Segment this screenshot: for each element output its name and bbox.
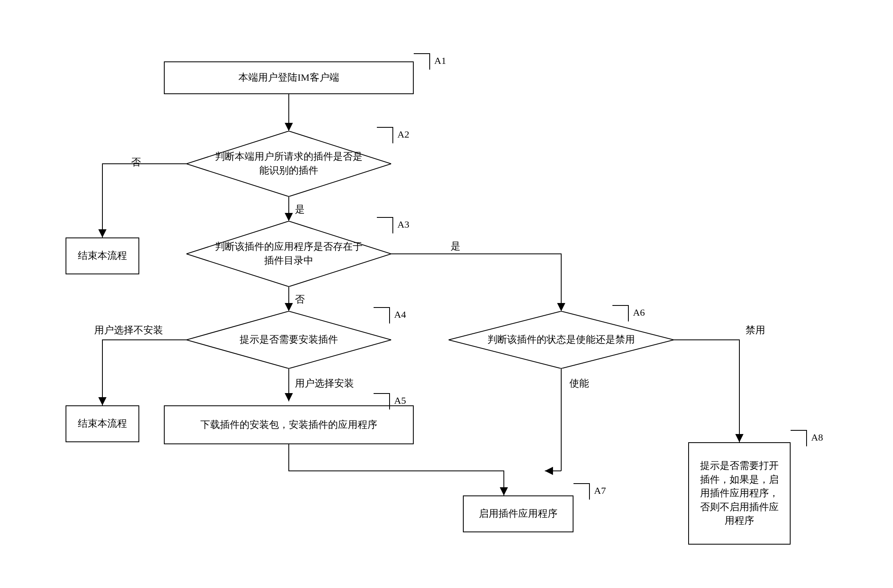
edge-a4-no: 用户选择不安装: [94, 323, 163, 337]
node-a3: 判断该插件的应用程序是否存在于插件目录中: [186, 221, 391, 287]
node-end1-text: 结束本流程: [78, 249, 127, 263]
node-a1-text: 本端用户登陆IM客户端: [238, 71, 339, 85]
edge-a3-no: 否: [295, 293, 305, 306]
node-a2: 判断本端用户所请求的插件是否是能识别的插件: [186, 131, 391, 197]
label-a7: A7: [594, 485, 606, 496]
label-a8: A8: [811, 432, 823, 443]
corner-a2: [377, 127, 393, 143]
label-a1: A1: [434, 55, 446, 66]
node-a4-text: 提示是否需要安装插件: [215, 333, 363, 347]
node-a7-text: 启用插件应用程序: [479, 507, 558, 521]
edge-a2-yes: 是: [295, 203, 305, 216]
corner-a6: [612, 305, 629, 321]
label-a2: A2: [397, 129, 409, 140]
edge-a3-yes: 是: [451, 240, 460, 253]
node-a5: 下载插件的安装包，安装插件的应用程序: [164, 405, 414, 444]
corner-a7: [573, 483, 590, 500]
label-a6: A6: [633, 307, 645, 318]
edge-a4-yes: 用户选择安装: [295, 377, 354, 390]
node-end2-text: 结束本流程: [78, 417, 127, 431]
node-a7: 启用插件应用程序: [463, 495, 573, 532]
node-a6: 判断该插件的状态是使能还是禁用: [449, 311, 674, 369]
corner-a4: [374, 307, 390, 323]
corner-a3: [377, 217, 393, 233]
node-a4: 提示是否需要安装插件: [186, 311, 391, 369]
corner-a5: [374, 393, 390, 409]
label-a3: A3: [397, 219, 409, 230]
corner-a8: [791, 430, 807, 446]
edge-a6-enable: 使能: [569, 377, 589, 390]
node-a1: 本端用户登陆IM客户端: [164, 61, 414, 94]
label-a4: A4: [394, 309, 406, 320]
node-a3-text: 判断该插件的应用程序是否存在于插件目录中: [186, 240, 391, 267]
node-a2-text: 判断本端用户所请求的插件是否是能识别的插件: [186, 150, 391, 177]
node-end1: 结束本流程: [66, 237, 139, 274]
node-a8-text: 提示是否需要打开插件，如果是，启用插件应用程序，否则不启用插件应用程序: [696, 459, 783, 528]
node-a5-text: 下载插件的安装包，安装插件的应用程序: [200, 418, 377, 432]
node-a8: 提示是否需要打开插件，如果是，启用插件应用程序，否则不启用插件应用程序: [688, 442, 791, 545]
flowchart-canvas: 本端用户登陆IM客户端 A1 判断本端用户所请求的插件是否是能识别的插件 A2 …: [0, 0, 893, 588]
label-a5: A5: [394, 395, 406, 406]
node-end2: 结束本流程: [66, 405, 139, 442]
edge-a6-disable: 禁用: [746, 323, 765, 337]
corner-a1: [414, 53, 430, 70]
node-a6-text: 判断该插件的状态是使能还是禁用: [463, 333, 660, 347]
edge-a2-no: 否: [131, 156, 141, 169]
